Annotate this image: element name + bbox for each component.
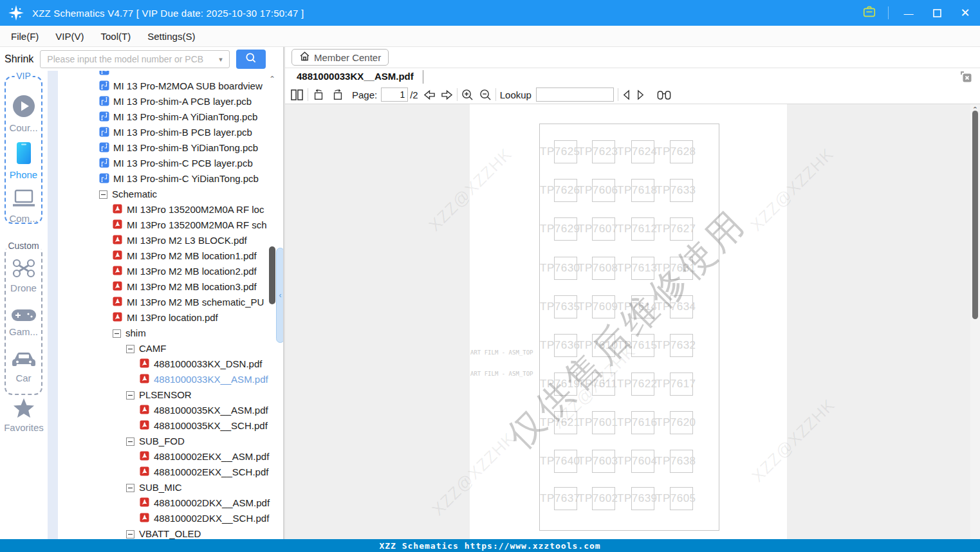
close-button[interactable]: ✕ [957,5,974,21]
tree-item[interactable]: 4881000033KX__ASM.pdf [58,371,274,387]
collapse-icon[interactable] [126,391,134,399]
tree-item[interactable]: MI 13 Pro-shim-A YiDianTong.pcb [58,109,274,124]
testpoint-label: TP7608 [578,262,618,275]
shrink-button[interactable]: Shrink [5,53,33,65]
tree-item[interactable]: 488100002EKX__ASM.pdf [58,448,274,464]
custom-group: Custom Drone [5,246,42,395]
testpoint-label: TP7604 [617,455,658,468]
testpoint-label: TP7635 [540,300,580,313]
page-number-input[interactable] [381,87,408,102]
tree-item[interactable]: MI 13Pro M2 MB location2.pdf [58,263,274,279]
testpoint-label: TP7607 [578,223,618,235]
tree-item[interactable]: 4881000035KX__SCH.pdf [58,418,274,433]
drone-icon [12,269,35,280]
tree-item[interactable]: MI 13 Pro-shim-B PCB layer.pcb [58,124,274,140]
tab-separator [423,70,423,84]
tree-item[interactable]: MI 13 Pro-shim-C YiDianTong.pcb [58,170,274,186]
tab-bar: 4881000033KX__ASM.pdf [285,68,980,86]
find-next-icon[interactable] [636,89,645,100]
testpoint-label: TP7612 [617,223,658,235]
member-center-button[interactable]: Member Center [291,49,389,66]
tree-item[interactable]: MI 13 Pro-shim-C PCB layer.pcb [58,155,274,170]
tree-item[interactable]: 4881000033KX_DSN.pdf [58,356,274,371]
document-tab[interactable]: 4881000033KX__ASM.pdf [297,71,414,82]
page-label: Page: [352,89,377,100]
collapse-icon[interactable] [99,190,107,198]
pdf-file-icon [140,374,150,384]
tree-item[interactable]: MI 13Pro M2 MB location1.pdf [58,248,274,263]
sidebar-item-label: Favorites [4,422,44,433]
tree-scroll-up-arrow[interactable]: ⌃ [268,76,276,84]
sidebar-item-course[interactable]: Cour... [6,95,41,133]
pdf-canvas[interactable]: ART FILM - ASM_TOP ART FILM - ASM_TOP TP… [285,104,980,539]
sidebar-item-car[interactable]: Car [6,351,41,383]
tree-item[interactable]: MI 13 Pro-shim-B YiDianTong.pcb [58,140,274,155]
sidebar-item-computer[interactable]: Com... [6,188,41,224]
tree-item[interactable]: MI 13Pro 135200M2M0A RF loc [58,201,274,217]
tree-item[interactable]: 488100002DKX__ASM.pdf [58,495,274,510]
binoculars-icon[interactable] [657,89,671,101]
tree-item[interactable]: MI 13 Pro-shim-A PCB layer.pcb [58,93,274,109]
tree-node-VBATT_OLED[interactable]: VBATT_OLED [58,526,274,539]
tree-item[interactable]: 488100002EKX__SCH.pdf [58,464,274,479]
app-window: XZZ Schematics V4.77 [ VIP Due date: 202… [0,0,980,552]
zoom-in-icon[interactable] [461,89,474,101]
pdf-scrollbar[interactable]: ⌃ [970,104,980,539]
tree-item-label: MI 13Pro M2 MB location3.pdf [127,281,257,292]
lookup-input[interactable] [536,87,614,102]
tree-item[interactable]: MI 13Pro location.pdf [58,309,274,325]
sidebar-item-drone[interactable]: Drone [6,259,41,293]
maximize-button[interactable] [929,5,945,21]
pcb-file-icon [99,71,109,75]
laptop-icon [11,199,37,210]
collapse-icon[interactable] [126,529,134,538]
collapse-icon[interactable] [126,437,134,445]
prev-page-icon[interactable] [423,89,436,100]
tree-node-SUB_FOD[interactable]: SUB_FOD [58,433,274,448]
next-page-icon[interactable] [441,89,453,100]
two-page-view-icon[interactable] [290,89,304,101]
menu-tool[interactable]: Tool(T) [93,31,140,42]
briefcase-icon[interactable] [862,5,876,21]
tree-item[interactable]: MI 13Pro M2 MB location3.pdf [58,279,274,294]
tree-node-CAMF[interactable]: CAMF [58,340,274,356]
rotate-left-icon[interactable] [312,88,325,101]
tree-item[interactable]: 488100002DKX__SCH.pdf [58,510,274,526]
find-prev-icon[interactable] [622,89,631,100]
tree-node-PLSENSOR[interactable]: PLSENSOR [58,387,274,402]
close-document-icon[interactable] [959,70,972,83]
sidebar-item-favorites[interactable]: Favorites [0,398,48,434]
sidebar-item-phone[interactable]: Phone [6,142,41,180]
tree-node-SUB_MIC[interactable]: SUB_MIC [58,479,274,495]
search-button[interactable] [236,50,266,69]
tree-item[interactable]: 4881000035KX__ASM.pdf [58,402,274,418]
tree-item-label: 488100002DKX__SCH.pdf [154,513,269,524]
tree-item[interactable]: MI 13Pro 135200M2M0A RF sch [58,217,274,232]
chevron-down-icon[interactable]: ▾ [219,55,225,62]
pdf-file-icon [140,405,150,415]
menu-vip[interactable]: VIP(V) [47,31,92,42]
tree-item-label: shim [125,327,146,338]
window-title: XZZ Schematics V4.77 [ VIP Due date: 202… [32,8,304,19]
tree-item-label: 4881000035KX__SCH.pdf [154,420,268,431]
menu-file[interactable]: File(F) [3,31,47,42]
tree-item-label: 4881000035KX__ASM.pdf [154,405,268,416]
tree-item-label: MI 13Pro 135200M2M0A RF sch [127,219,267,230]
collapse-icon[interactable] [126,483,134,492]
collapse-icon[interactable] [113,329,121,337]
zoom-out-icon[interactable] [479,89,492,101]
tree-node-Schematic[interactable]: Schematic [58,186,274,201]
collapse-icon[interactable] [126,344,134,353]
tree-node-shim[interactable]: shim [58,325,274,340]
pdf-scrollbar-thumb[interactable] [972,111,978,319]
tree-scrollbar-thumb[interactable] [269,246,275,304]
menu-settings[interactable]: Settings(S) [139,31,203,42]
model-search-input[interactable] [40,50,230,68]
tree-item[interactable]: MI 13Pro M2 L3 BLOCK.pdf [58,232,274,248]
minimize-button[interactable]: — [900,5,917,21]
sidebar-item-game[interactable]: Gam... [6,309,41,337]
tree-item[interactable] [58,71,274,78]
rotate-right-icon[interactable] [331,88,344,101]
tree-item[interactable]: MI 13Pro M2 MB schematic_PU [58,294,274,309]
tree-item[interactable]: MI 13 Pro-M2MOA SUB boardview [58,78,274,93]
